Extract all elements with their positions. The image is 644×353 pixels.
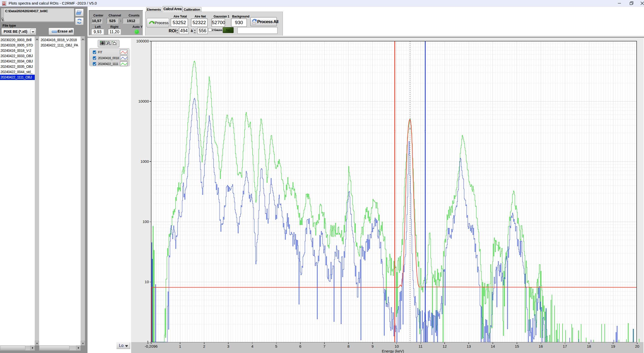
svg-text:1000: 1000 [141,159,149,164]
svg-text:15: 15 [515,344,519,348]
svg-text:16: 16 [539,344,543,348]
svg-text:100000: 100000 [136,39,149,43]
svg-text:7: 7 [323,344,325,348]
svg-text:18: 18 [587,344,591,348]
svg-text:13: 13 [467,344,471,348]
svg-text:12: 12 [443,344,447,348]
svg-text:-0,2096: -0,2096 [145,344,158,348]
svg-text:10: 10 [395,344,399,348]
svg-text:20: 20 [635,344,639,348]
svg-text:100: 100 [143,219,149,224]
svg-text:9: 9 [372,344,374,348]
svg-text:14: 14 [491,344,495,348]
svg-text:10000: 10000 [138,99,149,103]
svg-text:6: 6 [299,344,301,348]
svg-text:8: 8 [347,344,350,348]
svg-text:4: 4 [251,344,253,348]
svg-text:10: 10 [145,280,149,284]
svg-text:5: 5 [275,344,277,348]
svg-text:1: 1 [147,340,149,344]
svg-text:19: 19 [611,344,615,348]
svg-text:17: 17 [563,344,567,348]
svg-text:2: 2 [203,344,205,348]
svg-text:Energy (keV): Energy (keV) [382,349,404,353]
svg-text:1: 1 [179,344,181,348]
svg-text:11: 11 [419,344,423,348]
svg-text:3: 3 [227,344,229,348]
